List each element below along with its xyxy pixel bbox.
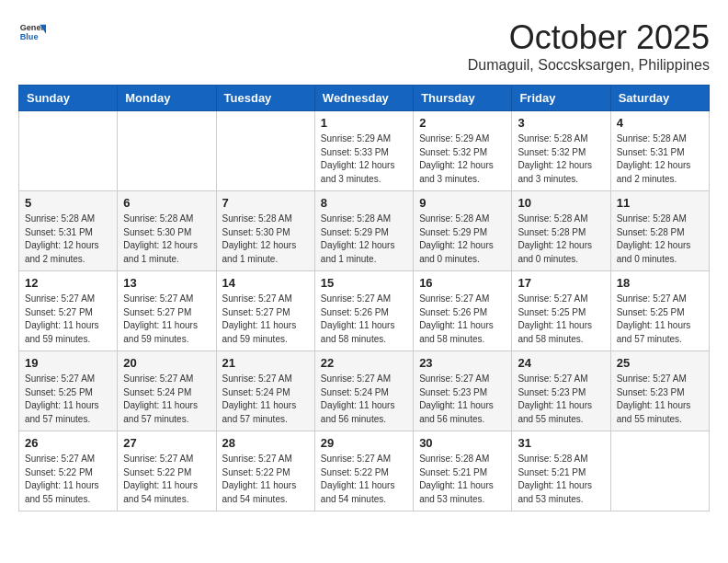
calendar-cell: 20Sunrise: 5:27 AM Sunset: 5:24 PM Dayli…	[118, 351, 216, 431]
day-number: 18	[617, 276, 703, 290]
weekday-header: Saturday	[610, 86, 709, 111]
day-number: 19	[25, 356, 111, 370]
day-number: 1	[321, 116, 407, 130]
calendar-cell: 17Sunrise: 5:27 AM Sunset: 5:25 PM Dayli…	[512, 271, 610, 351]
calendar-header-row: SundayMondayTuesdayWednesdayThursdayFrid…	[19, 86, 710, 111]
day-number: 26	[25, 436, 111, 450]
calendar-week-row: 26Sunrise: 5:27 AM Sunset: 5:22 PM Dayli…	[19, 431, 710, 511]
calendar-cell: 7Sunrise: 5:28 AM Sunset: 5:30 PM Daylig…	[216, 191, 314, 271]
day-info: Sunrise: 5:27 AM Sunset: 5:22 PM Dayligh…	[222, 453, 309, 506]
day-number: 6	[123, 196, 210, 210]
day-number: 10	[518, 196, 604, 210]
day-number: 20	[123, 356, 210, 370]
day-number: 15	[321, 276, 407, 290]
day-info: Sunrise: 5:28 AM Sunset: 5:29 PM Dayligh…	[419, 213, 506, 266]
weekday-header: Monday	[118, 86, 216, 111]
day-info: Sunrise: 5:28 AM Sunset: 5:21 PM Dayligh…	[419, 453, 506, 506]
day-number: 29	[321, 436, 407, 450]
calendar-cell: 9Sunrise: 5:28 AM Sunset: 5:29 PM Daylig…	[414, 191, 512, 271]
day-number: 5	[25, 196, 111, 210]
svg-text:Blue: Blue	[20, 32, 39, 41]
calendar-cell: 4Sunrise: 5:28 AM Sunset: 5:31 PM Daylig…	[610, 111, 709, 191]
day-info: Sunrise: 5:29 AM Sunset: 5:33 PM Dayligh…	[321, 132, 407, 186]
location-title: Dumaguil, Soccsksargen, Philippines	[468, 57, 710, 74]
day-number: 4	[617, 116, 703, 130]
day-info: Sunrise: 5:27 AM Sunset: 5:24 PM Dayligh…	[321, 373, 407, 426]
calendar-cell: 6Sunrise: 5:28 AM Sunset: 5:30 PM Daylig…	[118, 191, 216, 271]
calendar-cell: 30Sunrise: 5:28 AM Sunset: 5:21 PM Dayli…	[414, 431, 512, 511]
calendar-cell: 19Sunrise: 5:27 AM Sunset: 5:25 PM Dayli…	[19, 351, 118, 431]
day-number: 21	[222, 356, 309, 370]
calendar-cell: 15Sunrise: 5:27 AM Sunset: 5:26 PM Dayli…	[314, 271, 413, 351]
day-info: Sunrise: 5:28 AM Sunset: 5:29 PM Dayligh…	[321, 213, 407, 266]
calendar-cell: 14Sunrise: 5:27 AM Sunset: 5:27 PM Dayli…	[216, 271, 314, 351]
day-info: Sunrise: 5:27 AM Sunset: 5:23 PM Dayligh…	[518, 373, 604, 426]
weekday-header: Thursday	[414, 86, 512, 111]
calendar-cell: 3Sunrise: 5:28 AM Sunset: 5:32 PM Daylig…	[512, 111, 610, 191]
day-number: 31	[518, 436, 604, 450]
calendar-cell: 25Sunrise: 5:27 AM Sunset: 5:23 PM Dayli…	[610, 351, 709, 431]
day-info: Sunrise: 5:27 AM Sunset: 5:27 PM Dayligh…	[25, 293, 111, 346]
logo: General Blue	[18, 18, 46, 46]
day-info: Sunrise: 5:27 AM Sunset: 5:23 PM Dayligh…	[617, 373, 703, 426]
day-number: 23	[419, 356, 506, 370]
calendar-cell: 27Sunrise: 5:27 AM Sunset: 5:22 PM Dayli…	[118, 431, 216, 511]
calendar-week-row: 1Sunrise: 5:29 AM Sunset: 5:33 PM Daylig…	[19, 111, 710, 191]
day-info: Sunrise: 5:27 AM Sunset: 5:23 PM Dayligh…	[419, 373, 506, 426]
day-info: Sunrise: 5:28 AM Sunset: 5:28 PM Dayligh…	[617, 213, 703, 266]
calendar-cell: 11Sunrise: 5:28 AM Sunset: 5:28 PM Dayli…	[610, 191, 709, 271]
day-number: 13	[123, 276, 210, 290]
day-number: 14	[222, 276, 309, 290]
calendar-cell: 18Sunrise: 5:27 AM Sunset: 5:25 PM Dayli…	[610, 271, 709, 351]
day-info: Sunrise: 5:27 AM Sunset: 5:24 PM Dayligh…	[123, 373, 210, 426]
day-info: Sunrise: 5:27 AM Sunset: 5:22 PM Dayligh…	[123, 453, 210, 506]
day-info: Sunrise: 5:27 AM Sunset: 5:27 PM Dayligh…	[222, 293, 309, 346]
day-number: 2	[419, 116, 506, 130]
day-info: Sunrise: 5:27 AM Sunset: 5:22 PM Dayligh…	[321, 453, 407, 506]
calendar-cell	[216, 111, 314, 191]
weekday-header: Sunday	[19, 86, 118, 111]
day-info: Sunrise: 5:27 AM Sunset: 5:27 PM Dayligh…	[123, 293, 210, 346]
month-title: October 2025	[468, 18, 710, 57]
calendar-cell: 13Sunrise: 5:27 AM Sunset: 5:27 PM Dayli…	[118, 271, 216, 351]
day-info: Sunrise: 5:27 AM Sunset: 5:25 PM Dayligh…	[518, 293, 604, 346]
calendar-cell: 28Sunrise: 5:27 AM Sunset: 5:22 PM Dayli…	[216, 431, 314, 511]
title-block: October 2025 Dumaguil, Soccsksargen, Phi…	[468, 18, 710, 74]
logo-icon: General Blue	[18, 18, 46, 46]
day-number: 3	[518, 116, 604, 130]
day-info: Sunrise: 5:27 AM Sunset: 5:25 PM Dayligh…	[617, 293, 703, 346]
weekday-header: Friday	[512, 86, 610, 111]
day-info: Sunrise: 5:27 AM Sunset: 5:26 PM Dayligh…	[419, 293, 506, 346]
day-number: 30	[419, 436, 506, 450]
day-number: 25	[617, 356, 703, 370]
calendar-cell	[118, 111, 216, 191]
calendar-table: SundayMondayTuesdayWednesdayThursdayFrid…	[18, 85, 710, 511]
day-info: Sunrise: 5:27 AM Sunset: 5:26 PM Dayligh…	[321, 293, 407, 346]
calendar-cell: 8Sunrise: 5:28 AM Sunset: 5:29 PM Daylig…	[314, 191, 413, 271]
day-number: 12	[25, 276, 111, 290]
day-number: 28	[222, 436, 309, 450]
day-number: 9	[419, 196, 506, 210]
day-info: Sunrise: 5:27 AM Sunset: 5:22 PM Dayligh…	[25, 453, 111, 506]
day-number: 7	[222, 196, 309, 210]
day-info: Sunrise: 5:27 AM Sunset: 5:25 PM Dayligh…	[25, 373, 111, 426]
calendar-cell	[19, 111, 118, 191]
calendar-cell: 31Sunrise: 5:28 AM Sunset: 5:21 PM Dayli…	[512, 431, 610, 511]
day-info: Sunrise: 5:28 AM Sunset: 5:30 PM Dayligh…	[222, 213, 309, 266]
calendar-cell: 5Sunrise: 5:28 AM Sunset: 5:31 PM Daylig…	[19, 191, 118, 271]
calendar-cell: 29Sunrise: 5:27 AM Sunset: 5:22 PM Dayli…	[314, 431, 413, 511]
day-info: Sunrise: 5:28 AM Sunset: 5:31 PM Dayligh…	[25, 213, 111, 266]
calendar-cell: 22Sunrise: 5:27 AM Sunset: 5:24 PM Dayli…	[314, 351, 413, 431]
day-info: Sunrise: 5:28 AM Sunset: 5:28 PM Dayligh…	[518, 213, 604, 266]
day-info: Sunrise: 5:28 AM Sunset: 5:30 PM Dayligh…	[123, 213, 210, 266]
calendar-week-row: 12Sunrise: 5:27 AM Sunset: 5:27 PM Dayli…	[19, 271, 710, 351]
day-number: 24	[518, 356, 604, 370]
calendar-week-row: 5Sunrise: 5:28 AM Sunset: 5:31 PM Daylig…	[19, 191, 710, 271]
day-number: 11	[617, 196, 703, 210]
day-info: Sunrise: 5:29 AM Sunset: 5:32 PM Dayligh…	[419, 132, 506, 186]
day-number: 16	[419, 276, 506, 290]
calendar-cell: 24Sunrise: 5:27 AM Sunset: 5:23 PM Dayli…	[512, 351, 610, 431]
weekday-header: Wednesday	[314, 86, 413, 111]
calendar-week-row: 19Sunrise: 5:27 AM Sunset: 5:25 PM Dayli…	[19, 351, 710, 431]
calendar-cell: 1Sunrise: 5:29 AM Sunset: 5:33 PM Daylig…	[314, 111, 413, 191]
